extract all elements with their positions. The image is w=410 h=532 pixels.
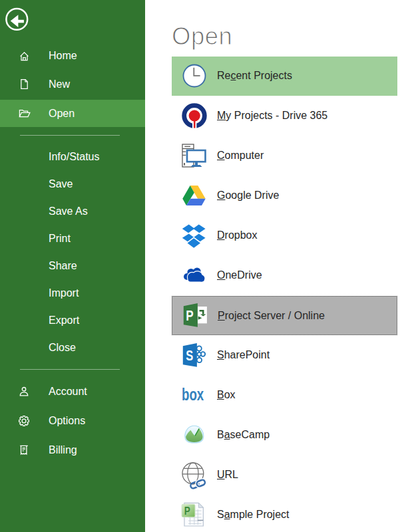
svg-text:P: P <box>184 504 190 517</box>
svg-text:S: S <box>186 346 193 363</box>
svg-text:P: P <box>186 307 193 324</box>
